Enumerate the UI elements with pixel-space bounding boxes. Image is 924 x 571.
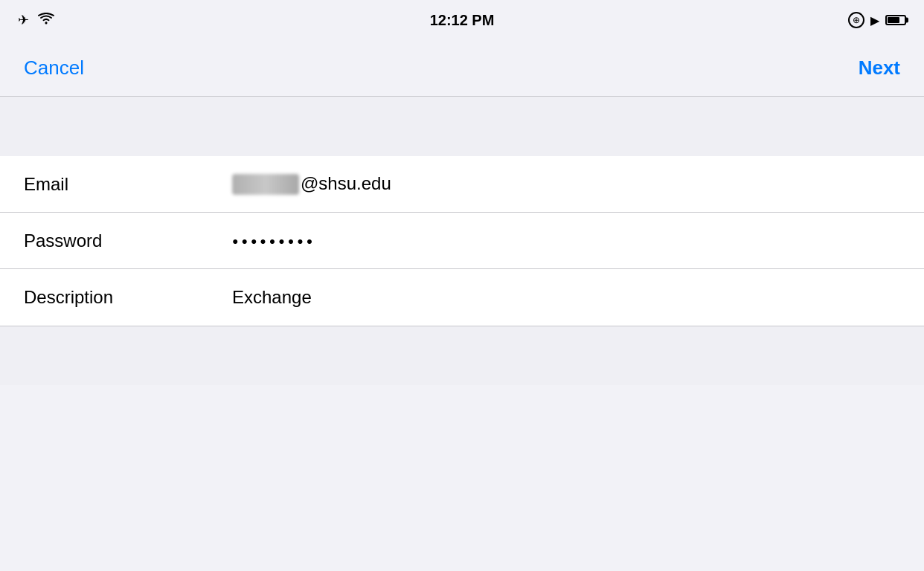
- status-bar-left: ✈: [18, 12, 54, 28]
- lock-rotation-icon: ⊕: [848, 12, 864, 28]
- email-domain: @shsu.edu: [301, 173, 391, 193]
- description-value[interactable]: Exchange: [232, 287, 900, 308]
- password-label: Password: [24, 230, 173, 251]
- status-bar-right: ⊕ ▶: [848, 12, 906, 28]
- status-bar: ✈ 12:12 PM ⊕ ▶: [0, 0, 924, 40]
- gray-separator: [0, 97, 924, 156]
- form-area: Email @shsu.edu Password ●●●●●●●●● Descr…: [0, 156, 924, 326]
- email-row: Email @shsu.edu: [0, 156, 924, 213]
- location-icon: ▶: [870, 13, 879, 28]
- airplane-icon: ✈: [18, 12, 29, 28]
- description-label: Description: [24, 287, 173, 308]
- battery: [885, 15, 906, 25]
- svg-point-0: [45, 22, 48, 25]
- email-label: Email: [24, 174, 173, 195]
- blurred-username: [232, 174, 299, 195]
- password-row: Password ●●●●●●●●●: [0, 213, 924, 269]
- description-row: Description Exchange: [0, 269, 924, 326]
- cancel-button[interactable]: Cancel: [24, 51, 84, 86]
- bottom-gray-area: [0, 326, 924, 385]
- wifi-icon: [38, 13, 54, 28]
- email-value[interactable]: @shsu.edu: [232, 173, 900, 196]
- password-value[interactable]: ●●●●●●●●●: [232, 235, 900, 247]
- status-bar-time: 12:12 PM: [430, 12, 495, 29]
- nav-bar: Cancel Next: [0, 40, 924, 97]
- next-button[interactable]: Next: [859, 51, 900, 86]
